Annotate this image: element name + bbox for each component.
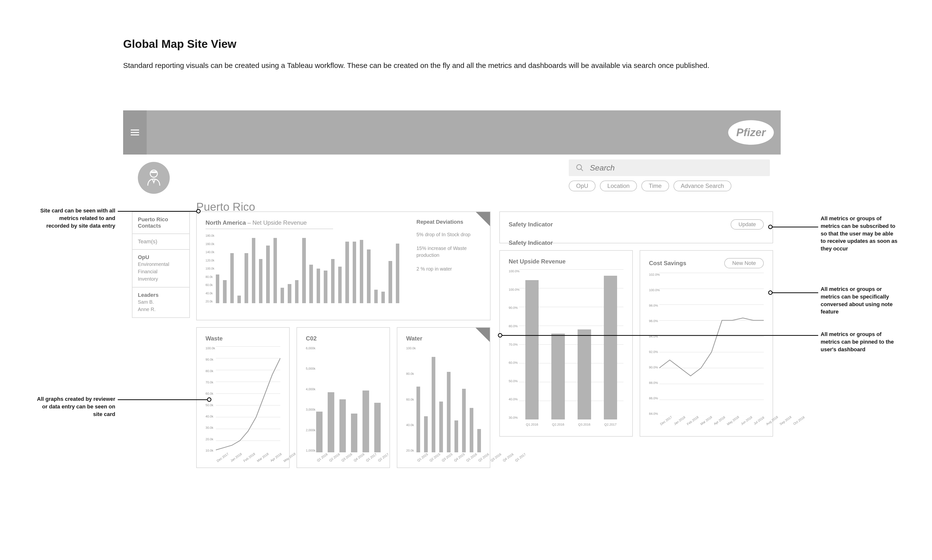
hamburger-icon bbox=[131, 129, 139, 135]
top-bar: Pfizer bbox=[123, 111, 781, 155]
search-box[interactable] bbox=[569, 160, 770, 176]
cost-savings-panel[interactable]: Cost Savings New Note 102.0%100.0%98.0%9… bbox=[640, 250, 773, 437]
waste-line bbox=[216, 346, 280, 452]
filter-chip-opu[interactable]: OpU bbox=[569, 180, 595, 191]
svg-point-0 bbox=[577, 165, 581, 169]
svg-rect-3 bbox=[151, 171, 157, 173]
hamburger-menu-button[interactable] bbox=[123, 111, 147, 155]
main-chart-y-axis: 180.0k160.0k140.0k120.0k100.0k80.0k60.0k… bbox=[206, 234, 214, 303]
brand-logo: Pfizer bbox=[728, 120, 774, 145]
annotation-pin: All metrics or groups of metrics can be … bbox=[821, 331, 899, 353]
annotation-notes: All metrics or groups or metrics can be … bbox=[821, 286, 899, 316]
contacts-card: Puerto RicoContacts Team(s) OpU Environm… bbox=[132, 211, 190, 318]
page-title: Global Map Site View bbox=[123, 37, 237, 51]
contacts-teams-label: Team(s) bbox=[138, 238, 157, 245]
co2-chart-panel[interactable]: C02 6,000k5,000k4,000k3,000k2,000k1,000k… bbox=[297, 327, 390, 468]
update-button[interactable]: Update bbox=[731, 219, 764, 229]
app-frame: Pfizer OpU Location Time Advance Search bbox=[123, 111, 781, 155]
net-upside-bars bbox=[519, 269, 623, 420]
annotation-subscribe: All metrics or groups of metrics can be … bbox=[821, 215, 899, 253]
contacts-leaders-label: Leaders bbox=[138, 292, 184, 298]
filter-chip-location[interactable]: Location bbox=[600, 180, 637, 191]
page-subtitle: Standard reporting visuals can be create… bbox=[123, 62, 834, 70]
search-input[interactable] bbox=[589, 163, 763, 173]
safety-indicator-panel[interactable]: Safety Indicator Update Safety Indicator bbox=[499, 211, 773, 243]
deviations-list: Repeat Deviations 5% drop of In Stock dr… bbox=[417, 219, 483, 279]
svg-line-1 bbox=[581, 169, 583, 171]
new-note-button[interactable]: New Note bbox=[724, 258, 764, 268]
main-chart-panel[interactable]: North America – Net Upside Revenue 180.0… bbox=[196, 211, 491, 320]
net-upside-panel[interactable]: Net Upside Revenue 100.0%100.0%90.0%80.0… bbox=[499, 250, 633, 437]
search-icon bbox=[576, 164, 584, 172]
pin-corner-icon[interactable] bbox=[475, 328, 490, 342]
co2-bars bbox=[316, 346, 381, 452]
user-support-icon bbox=[144, 168, 163, 188]
filter-chip-time[interactable]: Time bbox=[641, 180, 669, 191]
contacts-opu-label: OpU bbox=[138, 254, 184, 260]
water-chart-panel[interactable]: Water 100.0k80.0k60.0k40.0k20.0k Q1 2015… bbox=[397, 327, 490, 468]
water-bars bbox=[417, 346, 481, 452]
filter-chip-advance[interactable]: Advance Search bbox=[674, 180, 731, 191]
cost-savings-line bbox=[659, 273, 764, 415]
annotation-graphs: All graphs created by reviewer or data e… bbox=[37, 395, 115, 418]
svg-point-2 bbox=[150, 170, 157, 177]
annotation-site-card: Site card can be seen with all metrics r… bbox=[37, 207, 115, 229]
main-chart-bars bbox=[216, 234, 399, 303]
avatar[interactable] bbox=[138, 162, 170, 194]
